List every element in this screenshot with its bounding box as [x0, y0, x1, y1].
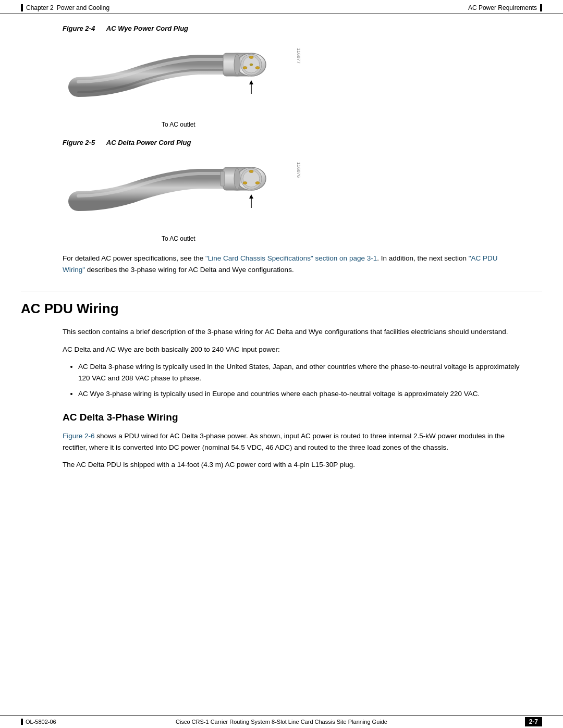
footer-left: OL-5802-06	[21, 719, 56, 725]
figure-2-5-block: Figure 2-5 AC Delta Power Cord Plug	[21, 139, 542, 242]
header-right: AC Power Requirements	[468, 4, 542, 11]
svg-marker-11	[249, 80, 253, 84]
section-para2: AC Delta and AC Wye are both basically 2…	[21, 344, 542, 355]
delta-para-1: Figure 2-6 shows a PDU wired for AC Delt…	[21, 430, 542, 453]
wye-cord-svg: 116877	[63, 38, 302, 118]
header-left-bar	[21, 4, 23, 11]
svg-marker-24	[249, 194, 253, 199]
header-left: Chapter 2 Power and Cooling	[21, 4, 109, 11]
delta-para-2: The AC Delta PDU is shipped with a 14-fo…	[21, 459, 542, 471]
figure-2-5-image: 116876 To AC outlet	[63, 152, 302, 242]
section-intro-para: This section contains a brief descriptio…	[21, 326, 542, 338]
footer-left-bar	[21, 719, 23, 725]
svg-point-21	[234, 168, 240, 189]
bullet-item-2: AC Wye 3-phase wiring is typically used …	[78, 388, 521, 400]
svg-point-18	[249, 170, 253, 173]
figure-2-4-caption: Figure 2-4 AC Wye Power Cord Plug	[63, 24, 188, 32]
header-right-bar	[540, 4, 542, 11]
fig-2-4-ac-label-row: To AC outlet	[63, 121, 302, 128]
link-line-card-specs[interactable]: "Line Card Chassis Specifications" secti…	[205, 254, 377, 262]
svg-text:116877: 116877	[296, 48, 301, 64]
footer-page-number: 2-7	[525, 717, 542, 726]
svg-point-17	[243, 170, 260, 187]
svg-point-7	[255, 67, 260, 69]
page-footer: OL-5802-06 Cisco CRS-1 Carrier Routing S…	[0, 715, 563, 728]
main-content: Figure 2-4 AC Wye Power Cord Plug	[0, 14, 563, 508]
chapter-label: Chapter 2	[26, 4, 54, 11]
chapter-title: Power and Cooling	[57, 4, 109, 11]
svg-rect-22	[221, 171, 225, 186]
fig-2-5-ac-label-row: To AC outlet	[63, 235, 302, 242]
page-header: Chapter 2 Power and Cooling AC Power Req…	[0, 0, 563, 14]
link-figure-2-6[interactable]: Figure 2-6	[63, 432, 95, 440]
fig-2-4-number: Figure 2-4	[63, 24, 95, 32]
section-label: AC Power Requirements	[468, 4, 537, 11]
delta-cord-svg: 116876	[63, 152, 302, 232]
figure-2-4-block: Figure 2-4 AC Wye Power Cord Plug	[21, 24, 542, 128]
figure-2-5-caption: Figure 2-5 AC Delta Power Cord Plug	[63, 139, 191, 146]
fig-2-5-title: AC Delta Power Cord Plug	[106, 139, 191, 146]
body-para-1: For detailed AC power specifications, se…	[21, 253, 542, 275]
fig-2-4-title: AC Wye Power Cord Plug	[106, 24, 188, 32]
section-heading-ac-pdu: AC PDU Wiring	[21, 291, 542, 317]
svg-point-8	[250, 64, 253, 66]
svg-text:116876: 116876	[296, 162, 301, 178]
svg-point-19	[243, 182, 247, 184]
fig-2-5-ac-label: To AC outlet	[162, 235, 195, 242]
bullet-list: AC Delta 3-phase wiring is typically use…	[21, 361, 542, 399]
footer-center-text: Cisco CRS-1 Carrier Routing System 8-Slo…	[176, 719, 387, 725]
fig-2-4-ac-label: To AC outlet	[162, 121, 195, 128]
footer-doc-number: OL-5802-06	[26, 719, 56, 725]
svg-point-9	[234, 54, 240, 75]
figure-2-4-image: 116877 To AC outlet	[63, 38, 302, 128]
fig-2-5-number: Figure 2-5	[63, 139, 95, 146]
sub-heading-delta: AC Delta 3-Phase Wiring	[21, 412, 542, 423]
svg-point-6	[243, 67, 247, 69]
bullet-item-1: AC Delta 3-phase wiring is typically use…	[78, 361, 521, 384]
svg-point-5	[249, 56, 253, 59]
svg-point-20	[255, 182, 260, 184]
footer-center: Cisco CRS-1 Carrier Routing System 8-Slo…	[176, 719, 387, 725]
